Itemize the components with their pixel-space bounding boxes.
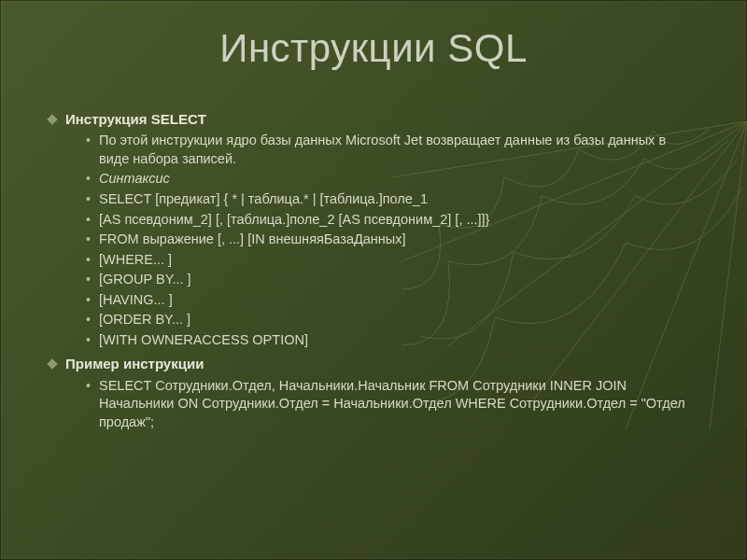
list-item: [AS псевдоним_2] [, [таблица.]поле_2 [AS… (86, 211, 698, 230)
slide-body: Инструкция SELECT По этой инструкции ядр… (49, 110, 698, 437)
list-item: SELECT Сотрудники.Отдел, Начальники.Нача… (86, 377, 698, 432)
list-item: Синтаксис (86, 170, 698, 189)
list-item: [WHERE... ] (86, 251, 698, 270)
svg-line-5 (710, 121, 747, 429)
list-item: [WITH OWNERACCESS OPTION] (86, 331, 698, 350)
top-list: Инструкция SELECT По этой инструкции ядр… (49, 110, 698, 431)
section-heading: Пример инструкции (65, 356, 204, 371)
list-item: [ORDER BY... ] (86, 311, 698, 329)
slide-title: Инструкции SQL (0, 26, 747, 71)
list-item: [HAVING... ] (86, 291, 698, 310)
list-item: [GROUP BY... ] (86, 271, 698, 289)
list-item: FROM выражение [, ...] [IN внешняяБазаДа… (86, 231, 698, 249)
section-heading: Инструкция SELECT (65, 111, 206, 127)
sub-list: SELECT Сотрудники.Отдел, Начальники.Нача… (86, 377, 698, 432)
list-item: Пример инструкции SELECT Сотрудники.Отде… (49, 355, 698, 431)
list-item: По этой инструкции ядро базы данных Micr… (86, 132, 698, 168)
sub-list: По этой инструкции ядро базы данных Micr… (86, 132, 698, 349)
list-item: SELECT [предикат] { * | таблица.* | [таб… (86, 190, 698, 209)
list-item: Инструкция SELECT По этой инструкции ядр… (49, 110, 698, 349)
slide: Инструкции SQL Инструкция SELECT По этой… (0, 0, 747, 560)
